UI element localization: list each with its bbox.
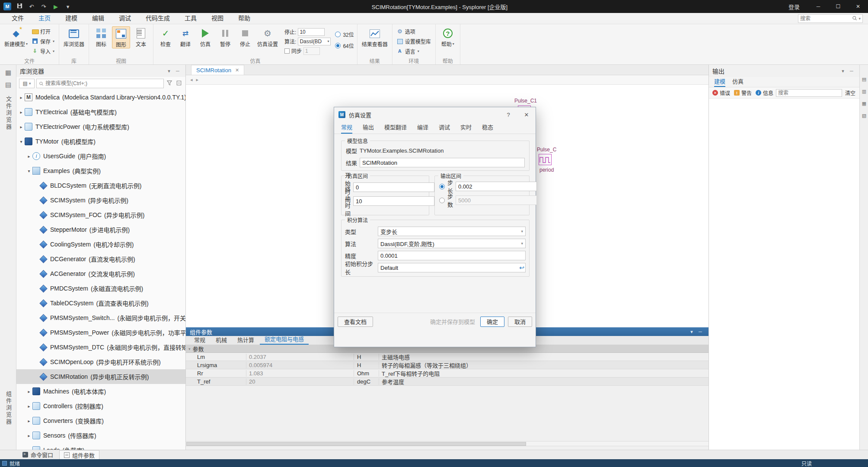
parameter-tab[interactable]: 热计算: [233, 336, 259, 345]
err-filter-button[interactable]: ✕错误: [711, 88, 731, 97]
dock-panel-icon[interactable]: ▥: [861, 88, 867, 94]
dialog-tab[interactable]: 实时: [460, 122, 472, 134]
quick-access-caret-icon[interactable]: ▾: [64, 3, 72, 10]
group-collapse-icon[interactable]: ▾: [188, 347, 191, 351]
bit32-radio[interactable]: 32位: [335, 31, 354, 38]
collapse-all-icon[interactable]: [175, 80, 183, 87]
tree-item[interactable]: DCGenerator(直流发电机示例): [16, 252, 185, 266]
save-button[interactable]: 保存▾: [31, 37, 56, 45]
panel-menu-icon[interactable]: ▾: [839, 68, 847, 74]
tree-item[interactable]: PMSMSystem_DTC(永磁同步电机示例，直接转矩控制): [16, 340, 185, 355]
warn-filter-button[interactable]: !警告: [733, 88, 753, 97]
translate-button[interactable]: ⇄ 翻译: [176, 26, 195, 48]
dialog-tab[interactable]: 模型翻译: [384, 122, 407, 134]
filter-funnel-icon[interactable]: [166, 80, 173, 87]
parameter-row[interactable]: Rr1.083OhmT_ref下每相转子的电阻: [186, 369, 708, 377]
panel-collapse-icon[interactable]: ─: [847, 68, 856, 74]
stop-button[interactable]: 停止: [236, 26, 254, 48]
nav-back-icon[interactable]: ◂: [190, 77, 193, 83]
dialog-close-button[interactable]: ✕: [519, 109, 534, 121]
tree-item[interactable]: ▸MModelica(Modelica Standard Library-Ver…: [16, 90, 185, 105]
quick-save-icon[interactable]: [16, 3, 23, 10]
cancel-button[interactable]: 取消: [508, 317, 532, 327]
tree-item[interactable]: PMSMSystem_Switch...(永磁同步电机示例，开关电路型): [16, 310, 185, 325]
library-search-input[interactable]: [45, 80, 161, 86]
menu-item[interactable]: 代码生成: [138, 13, 177, 24]
tree-item[interactable]: SCIMSystem_FOC(异步电机示例): [16, 208, 185, 222]
step-size-input[interactable]: [456, 182, 537, 191]
quick-run-icon[interactable]: ▶: [52, 3, 60, 10]
save-to-model-button[interactable]: 确定并保存到模型: [430, 317, 475, 326]
integration-select[interactable]: Dassl(BDF,变阶,刚性)▾: [378, 239, 526, 248]
tree-item[interactable]: TableDCSystem(直流查表电机示例): [16, 296, 185, 310]
tree-item[interactable]: ACGenerator(交流发电机示例): [16, 266, 185, 281]
parameter-row[interactable]: T_ref20degC参考温度: [186, 377, 708, 386]
bottom-tab[interactable]: 命令窗口: [18, 450, 57, 459]
dock-panel-icon[interactable]: ▦: [861, 100, 867, 106]
tree-expand-icon[interactable]: ▸: [26, 154, 32, 159]
result-viewer-button[interactable]: 结果查看器: [361, 26, 389, 48]
menu-item[interactable]: 调试: [112, 13, 138, 24]
dialog-tab[interactable]: 输出: [363, 122, 374, 134]
undo-icon[interactable]: ↶: [28, 3, 35, 10]
result-name-input[interactable]: [360, 158, 525, 167]
reset-default-icon[interactable]: ↩: [519, 264, 524, 271]
tree-collapse-icon[interactable]: ▾: [26, 169, 32, 173]
open-button[interactable]: 打开: [31, 27, 56, 35]
output-tab[interactable]: 建模: [714, 77, 725, 87]
tree-view-mode-button[interactable]: ▤▾: [19, 79, 35, 88]
menu-item[interactable]: 编辑: [85, 13, 112, 24]
diagram-view-button[interactable]: 图形: [112, 26, 130, 48]
parameter-tab[interactable]: 常规: [189, 336, 210, 345]
dialog-title-bar[interactable]: M 仿真设置 ? ✕: [334, 107, 536, 122]
tree-expand-icon[interactable]: ▸: [26, 404, 32, 409]
tree-expand-icon[interactable]: ▸: [18, 95, 24, 100]
tree-item[interactable]: SCIMSystem(异步电机示例): [16, 193, 185, 208]
menu-item[interactable]: 帮助: [231, 13, 258, 24]
step-size-radio[interactable]: [439, 184, 445, 189]
sync-checkbox[interactable]: [284, 48, 290, 54]
tree-item[interactable]: ▸Converters(变换器库): [16, 413, 185, 428]
horizontal-scrollbar[interactable]: [186, 441, 708, 446]
menu-item[interactable]: 视图: [204, 13, 231, 24]
file-browser-tab[interactable]: 文件浏览器: [4, 96, 13, 131]
info-filter-button[interactable]: i信息: [754, 88, 775, 97]
parameter-tab[interactable]: 额定电阻与电感: [260, 335, 309, 345]
menu-item[interactable]: 建模: [58, 13, 85, 24]
tree-item[interactable]: ▸Controllers(控制器库): [16, 399, 185, 413]
tree-item[interactable]: ▾Examples(典型实例): [16, 163, 185, 178]
tree-item[interactable]: SCIMRotation(异步电机正反转示例): [16, 369, 185, 384]
dock-panel-icon[interactable]: ▧: [861, 112, 867, 118]
output-search-box[interactable]: [776, 89, 842, 97]
integration-input[interactable]: 0.0001: [378, 251, 526, 260]
close-button[interactable]: ✕: [848, 0, 868, 13]
library-panel-icon[interactable]: ▦: [4, 68, 13, 77]
stop-time-input[interactable]: [298, 28, 325, 36]
dialog-tab[interactable]: 调试: [439, 122, 450, 134]
new-model-button[interactable]: ◆ 新建模型▾: [3, 26, 29, 48]
close-tab-icon[interactable]: ✕: [235, 67, 239, 73]
language-button[interactable]: A语言▾: [396, 47, 432, 55]
dock-panel-icon[interactable]: ▤: [861, 76, 867, 82]
nav-forward-icon[interactable]: ▸: [196, 77, 199, 83]
view-doc-button[interactable]: 查看文档: [338, 317, 373, 327]
output-search-input[interactable]: [778, 90, 840, 96]
tree-item[interactable]: ▸Loads(负载库): [16, 443, 185, 450]
tree-item[interactable]: ▸iUsersGuide(用户指南): [16, 149, 185, 163]
dialog-tab[interactable]: 常规: [341, 122, 352, 134]
ok-button[interactable]: 确定: [480, 317, 504, 327]
menu-item[interactable]: 主页: [31, 13, 58, 24]
model-browser-panel-icon[interactable]: ▤: [4, 80, 13, 89]
simulate-button[interactable]: 仿真: [196, 26, 214, 48]
output-tab[interactable]: 仿真: [732, 77, 744, 87]
clear-output-button[interactable]: 清空: [843, 89, 857, 96]
icon-view-button[interactable]: 图标: [92, 26, 110, 48]
import-button[interactable]: ⇩导入▾: [31, 47, 56, 55]
check-button[interactable]: ✓ 检查: [156, 26, 175, 48]
bit64-radio[interactable]: 64位: [335, 42, 354, 49]
pause-button[interactable]: 暂停: [216, 26, 234, 48]
tree-expand-icon[interactable]: ▸: [26, 433, 32, 438]
tree-expand-icon[interactable]: ▸: [18, 125, 24, 129]
tree-item[interactable]: ▸Machines(电机本体库): [16, 384, 185, 399]
tree-item[interactable]: PMSMSystem_Power(永磁同步电机示例，功率平衡型): [16, 325, 185, 340]
